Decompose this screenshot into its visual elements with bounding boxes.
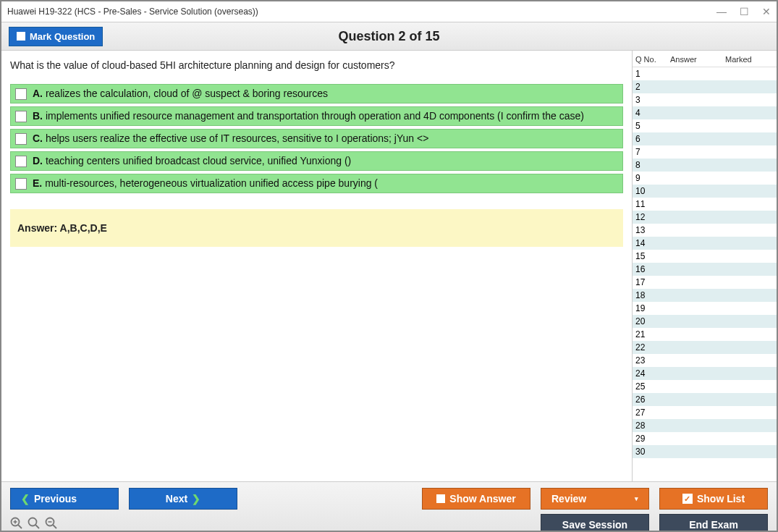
- list-item[interactable]: 14: [633, 237, 777, 250]
- qno-cell: 3: [635, 95, 670, 105]
- window-title: Huawei H19-322 (HCS - Pre-Sales - Servic…: [7, 7, 716, 17]
- option-checkbox[interactable]: [15, 178, 27, 190]
- show-list-label: Show List: [697, 493, 745, 504]
- list-item[interactable]: 10: [633, 185, 777, 198]
- qno-cell: 5: [635, 121, 670, 131]
- option-a[interactable]: A. realizes the calculation, cloud of @ …: [10, 84, 623, 104]
- qno-cell: 1: [635, 69, 670, 79]
- qno-cell: 13: [635, 225, 670, 235]
- qno-cell: 16: [635, 264, 670, 274]
- qno-cell: 9: [635, 173, 670, 183]
- side-panel: Q No. Answer Marked 12345678910111213141…: [632, 51, 777, 482]
- option-text: D. teaching centers unified broadcast cl…: [33, 155, 351, 166]
- col-qno-header: Q No.: [635, 55, 670, 64]
- close-icon[interactable]: ✕: [762, 6, 771, 17]
- list-item[interactable]: 3: [633, 93, 777, 106]
- show-answer-label: Show Answer: [449, 493, 515, 504]
- square-icon: [436, 494, 445, 503]
- list-item[interactable]: 2: [633, 80, 777, 93]
- next-button[interactable]: Next ❯: [129, 488, 237, 510]
- option-checkbox[interactable]: [15, 133, 27, 145]
- list-item[interactable]: 5: [633, 119, 777, 132]
- next-label: Next: [166, 493, 187, 504]
- check-icon: ✓: [682, 494, 693, 504]
- list-item[interactable]: 26: [633, 393, 777, 406]
- qno-cell: 17: [635, 277, 670, 287]
- list-item[interactable]: 13: [633, 224, 777, 237]
- show-list-button[interactable]: ✓ Show List: [659, 488, 768, 510]
- option-e[interactable]: E. multi-resources, heterogeneous virtua…: [10, 174, 623, 193]
- question-pane: What is the value of cloud-based 5HI arc…: [1, 51, 632, 482]
- list-item[interactable]: 30: [633, 445, 777, 458]
- qno-cell: 7: [635, 147, 670, 157]
- chevron-down-icon: ▾: [635, 495, 638, 502]
- qno-cell: 20: [635, 316, 670, 326]
- qno-cell: 8: [635, 160, 670, 170]
- footer-row-2: Save Session End Exam: [10, 514, 768, 532]
- option-d[interactable]: D. teaching centers unified broadcast cl…: [10, 151, 623, 171]
- qno-cell: 15: [635, 251, 670, 261]
- svg-line-5: [35, 525, 39, 528]
- question-counter: Question 2 of 15: [338, 29, 439, 44]
- qno-cell: 18: [635, 290, 670, 300]
- list-item[interactable]: 15: [633, 250, 777, 263]
- option-checkbox[interactable]: [15, 88, 27, 100]
- window-controls: — ☐ ✕: [716, 6, 771, 17]
- previous-button[interactable]: ❮ Previous: [10, 488, 119, 510]
- qno-cell: 14: [635, 238, 670, 248]
- list-item[interactable]: 8: [633, 159, 777, 172]
- zoom-reset-icon[interactable]: [28, 517, 41, 533]
- chevron-left-icon: ❮: [21, 493, 30, 504]
- list-item[interactable]: 4: [633, 106, 777, 119]
- qno-cell: 11: [635, 199, 670, 209]
- mark-question-button[interactable]: Mark Question: [9, 27, 103, 46]
- zoom-out-icon[interactable]: [45, 517, 58, 533]
- list-item[interactable]: 17: [633, 276, 777, 289]
- option-c[interactable]: C. helps users realize the effective use…: [10, 129, 623, 148]
- mark-question-label: Mark Question: [30, 31, 95, 42]
- review-button[interactable]: Review ▾: [541, 488, 649, 510]
- list-item[interactable]: 29: [633, 432, 777, 445]
- list-item[interactable]: 20: [633, 315, 777, 328]
- qno-cell: 27: [635, 408, 670, 418]
- list-item[interactable]: 18: [633, 289, 777, 302]
- zoom-in-icon[interactable]: [10, 517, 23, 533]
- footer: ❮ Previous Next ❯ Show Answer Review ▾ ✓…: [1, 481, 777, 531]
- option-checkbox[interactable]: [15, 111, 27, 122]
- list-item[interactable]: 7: [633, 145, 777, 159]
- option-text: A. realizes the calculation, cloud of @ …: [33, 88, 328, 99]
- qno-cell: 30: [635, 447, 670, 457]
- list-item[interactable]: 25: [633, 380, 777, 393]
- list-item[interactable]: 21: [633, 328, 777, 341]
- end-exam-button[interactable]: End Exam: [659, 514, 768, 532]
- list-item[interactable]: 6: [633, 132, 777, 145]
- list-item[interactable]: 1: [633, 67, 777, 80]
- col-marked-header: Marked: [725, 55, 774, 64]
- option-checkbox[interactable]: [15, 156, 27, 167]
- list-item[interactable]: 24: [633, 367, 777, 380]
- qno-cell: 10: [635, 186, 670, 196]
- option-b[interactable]: B. implements unified resource managemen…: [10, 106, 623, 126]
- end-exam-label: End Exam: [689, 519, 738, 531]
- list-item[interactable]: 28: [633, 419, 777, 432]
- list-item[interactable]: 16: [633, 263, 777, 276]
- svg-point-4: [29, 518, 37, 525]
- col-answer-header: Answer: [670, 55, 725, 64]
- question-list[interactable]: 1234567891011121314151617181920212223242…: [633, 67, 777, 482]
- list-item[interactable]: 9: [633, 172, 777, 185]
- review-label: Review: [551, 493, 586, 504]
- maximize-icon[interactable]: ☐: [740, 6, 749, 17]
- list-item[interactable]: 22: [633, 341, 777, 354]
- list-item[interactable]: 11: [633, 198, 777, 211]
- list-item[interactable]: 23: [633, 354, 777, 367]
- titlebar: Huawei H19-322 (HCS - Pre-Sales - Servic…: [1, 1, 777, 22]
- qno-cell: 23: [635, 355, 670, 366]
- option-text: C. helps users realize the effective use…: [33, 132, 428, 144]
- save-session-button[interactable]: Save Session: [541, 514, 649, 532]
- qno-cell: 21: [635, 329, 670, 339]
- list-item[interactable]: 12: [633, 211, 777, 224]
- minimize-icon[interactable]: —: [716, 6, 727, 17]
- list-item[interactable]: 27: [633, 406, 777, 419]
- list-item[interactable]: 19: [633, 302, 777, 315]
- show-answer-button[interactable]: Show Answer: [422, 488, 530, 510]
